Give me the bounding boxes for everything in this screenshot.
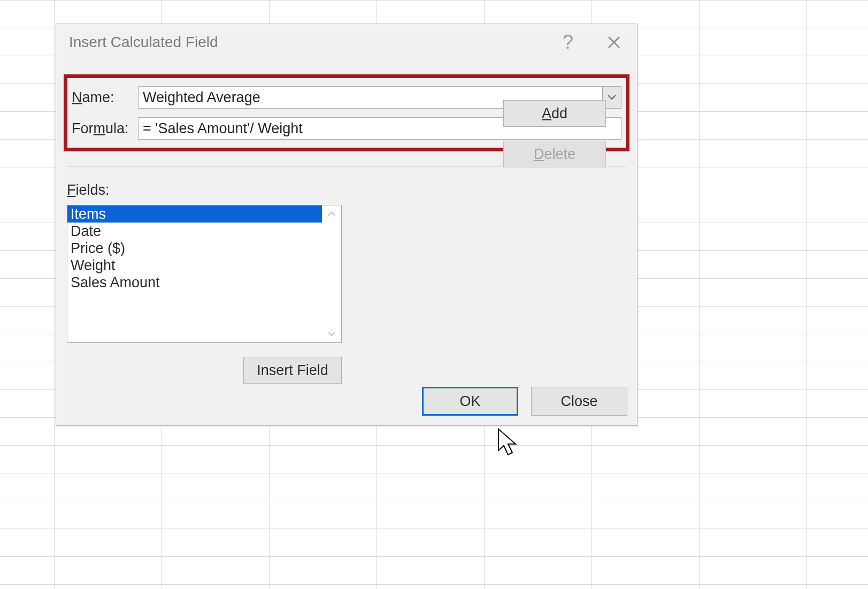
formula-label: Formula: xyxy=(70,120,138,137)
fields-listbox[interactable]: ItemsDatePrice ($)WeightSales Amount xyxy=(67,205,342,343)
list-item[interactable]: Sales Amount xyxy=(67,274,322,291)
ok-button[interactable]: OK xyxy=(422,387,518,416)
add-button[interactable]: Add xyxy=(503,100,606,127)
dialog-titlebar: Insert Calculated Field ? xyxy=(56,24,637,60)
listbox-scrollbar[interactable] xyxy=(322,205,341,342)
delete-button: Delete xyxy=(503,141,606,167)
list-item[interactable]: Price ($) xyxy=(67,240,322,257)
close-button[interactable]: Close xyxy=(531,387,627,416)
name-label: Name: xyxy=(70,89,138,106)
scroll-down-icon[interactable] xyxy=(322,325,341,342)
list-item[interactable]: Items xyxy=(67,205,322,223)
dialog-title: Insert Calculated Field xyxy=(69,34,545,51)
chevron-down-icon xyxy=(608,95,616,100)
scroll-up-icon[interactable] xyxy=(322,205,341,223)
insert-calculated-field-dialog: Insert Calculated Field ? Name: Formula: xyxy=(56,24,637,426)
fields-label: Fields: xyxy=(67,182,626,198)
list-item[interactable]: Date xyxy=(67,223,322,240)
insert-field-button[interactable]: Insert Field xyxy=(243,357,342,384)
close-icon[interactable] xyxy=(591,24,637,60)
help-button[interactable]: ? xyxy=(545,24,591,60)
mouse-cursor-icon xyxy=(497,428,521,460)
list-item[interactable]: Weight xyxy=(67,257,322,274)
